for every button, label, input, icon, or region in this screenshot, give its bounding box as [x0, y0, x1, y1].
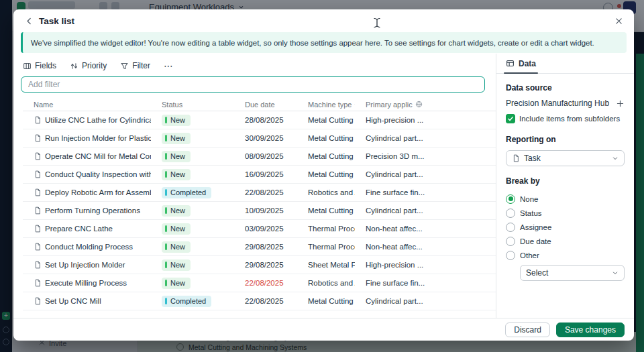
- primary-application-cell: Cylindrical part...: [355, 134, 496, 142]
- machine-type: Thermal Proces...: [308, 225, 355, 233]
- primary-application: Non-heat affec...: [366, 225, 423, 233]
- radio-icon[interactable]: [506, 209, 515, 218]
- machine-type-cell: Metal Cutting a...: [297, 207, 355, 215]
- due-date-cell: 10/09/2025: [234, 207, 297, 215]
- break-by-other-select[interactable]: Select: [520, 265, 625, 281]
- task-name: Conduct Quality Inspection with CMM: [45, 170, 151, 178]
- back-button[interactable]: [21, 13, 36, 28]
- break-by-label: Break by: [506, 176, 625, 186]
- add-filter-input[interactable]: [21, 76, 485, 93]
- table-row[interactable]: Deploy Robotic Arm for AssemblyCompleted…: [23, 184, 496, 202]
- more-options-button[interactable]: ⋯: [164, 60, 174, 71]
- table-row[interactable]: Run Injection Molder for Plastic PartsNe…: [23, 129, 496, 148]
- table-row[interactable]: Perform Turning OperationsNew10/09/2025M…: [23, 202, 496, 220]
- discard-button[interactable]: Discard: [505, 322, 550, 337]
- fields-button[interactable]: Fields: [23, 61, 56, 70]
- table-row[interactable]: Set Up CNC MillCompleted22/08/2025Metal …: [23, 292, 496, 310]
- task-name-cell: Set Up Injection Molder: [23, 261, 151, 269]
- tab-data-label: Data: [519, 59, 536, 68]
- due-date: 22/08/2025: [245, 279, 284, 287]
- table-row[interactable]: Utilize CNC Lathe for Cylindrical PartsN…: [23, 111, 496, 129]
- task-icon: [34, 152, 42, 160]
- task-icon: [34, 225, 42, 233]
- task-icon: [34, 297, 42, 305]
- primary-application-cell: Cylindrical part...: [355, 207, 496, 215]
- info-banner: We've simplified the widget editor! You'…: [21, 32, 627, 53]
- column-header[interactable]: Primary applic: [355, 101, 496, 109]
- status-bar-icon: [165, 298, 167, 304]
- table-toolbar: Fields Priority Filter ⋯: [23, 58, 496, 73]
- status-badge: New: [162, 151, 191, 162]
- status-badge: New: [162, 169, 191, 180]
- radio-icon[interactable]: [506, 223, 515, 232]
- table-row[interactable]: Conduct Quality Inspection with CMMNew16…: [23, 166, 496, 184]
- machine-type-cell: Sheet Metal Fa...: [297, 261, 355, 269]
- status-label: New: [170, 261, 185, 269]
- break-option-none[interactable]: None: [506, 192, 625, 206]
- task-name-cell: Execute Milling Process: [23, 279, 151, 287]
- primary-application-cell: Precision 3D m...: [355, 152, 496, 160]
- machine-type-cell: Robotics and A...: [297, 188, 355, 196]
- status-label: New: [170, 279, 185, 287]
- break-option-due-date[interactable]: Due date: [506, 234, 625, 248]
- machine-type: Metal Cutting a...: [308, 170, 355, 178]
- status-cell: New: [151, 241, 234, 253]
- due-date-cell: 22/08/2025: [234, 188, 297, 196]
- primary-application-cell: Non-heat affec...: [355, 225, 496, 233]
- machine-type: Thermal Proces...: [308, 243, 355, 251]
- status-badge: New: [162, 259, 191, 271]
- primary-application: Cylindrical part...: [366, 297, 423, 305]
- primary-application: Precision 3D m...: [366, 152, 425, 160]
- break-option-other[interactable]: Other: [506, 248, 625, 262]
- tab-data[interactable]: Data: [506, 54, 536, 73]
- table-row[interactable]: Conduct Molding ProcessNew29/08/2025Ther…: [23, 238, 496, 256]
- column-header[interactable]: Name: [23, 101, 151, 109]
- table-row[interactable]: Prepare CNC LatheNew03/09/2025Thermal Pr…: [23, 220, 496, 238]
- primary-application-cell: High-precision ...: [355, 116, 496, 124]
- info-banner-text: We've simplified the widget editor! You'…: [31, 39, 594, 47]
- table-row[interactable]: Set Up Injection MolderNew29/08/2025Shee…: [23, 256, 496, 274]
- due-date-cell: 16/09/2025: [234, 170, 297, 178]
- reporting-on-select[interactable]: Task: [506, 150, 625, 166]
- filter-button[interactable]: Filter: [120, 61, 150, 70]
- radio-icon[interactable]: [506, 251, 515, 260]
- checkbox-icon[interactable]: [506, 114, 515, 123]
- machine-type: Metal Cutting a...: [308, 297, 355, 305]
- due-date: 03/09/2025: [245, 225, 284, 233]
- table-row[interactable]: Operate CNC Mill for Metal ComponentNew0…: [23, 148, 496, 166]
- column-header[interactable]: Machine type: [297, 101, 355, 109]
- table-icon: [506, 59, 515, 68]
- include-subfolders-option[interactable]: Include items from subfolders: [506, 114, 625, 123]
- break-option-assignee[interactable]: Assignee: [506, 220, 625, 234]
- table-row[interactable]: Execute Milling ProcessNew22/08/2025Robo…: [23, 274, 496, 292]
- plus-icon: [616, 99, 625, 108]
- status-cell: Completed: [151, 187, 234, 198]
- save-changes-button[interactable]: Save changes: [556, 322, 625, 337]
- task-icon: [34, 243, 42, 251]
- column-header[interactable]: Due date: [234, 101, 297, 109]
- status-cell: New: [151, 259, 234, 271]
- include-subfolders-label: Include items from subfolders: [519, 115, 620, 123]
- column-header-label: Name: [34, 101, 53, 109]
- radio-icon[interactable]: [506, 237, 515, 246]
- radio-icon[interactable]: [506, 194, 515, 204]
- status-badge: New: [162, 133, 191, 144]
- other-select-value: Select: [526, 268, 548, 278]
- status-bar-icon: [165, 280, 167, 286]
- column-header[interactable]: Status: [151, 101, 234, 109]
- more-icon: ⋯: [164, 60, 174, 71]
- status-label: New: [170, 207, 185, 215]
- status-bar-icon: [165, 171, 167, 178]
- break-option-status[interactable]: Status: [506, 206, 625, 220]
- close-button[interactable]: [611, 13, 626, 28]
- add-data-source-button[interactable]: [616, 99, 625, 108]
- due-date: 22/08/2025: [245, 297, 284, 305]
- primary-application: Fine surface fin...: [366, 279, 425, 287]
- status-cell: Completed: [151, 296, 234, 307]
- machine-type-cell: Metal Cutting a...: [297, 134, 355, 142]
- machine-type-cell: Metal Cutting a...: [297, 297, 355, 305]
- chevron-down-icon: [612, 270, 619, 276]
- primary-application-cell: Non-heat affec...: [355, 243, 496, 251]
- sort-priority-button[interactable]: Priority: [70, 61, 107, 70]
- task-name-cell: Utilize CNC Lathe for Cylindrical Parts: [23, 116, 151, 124]
